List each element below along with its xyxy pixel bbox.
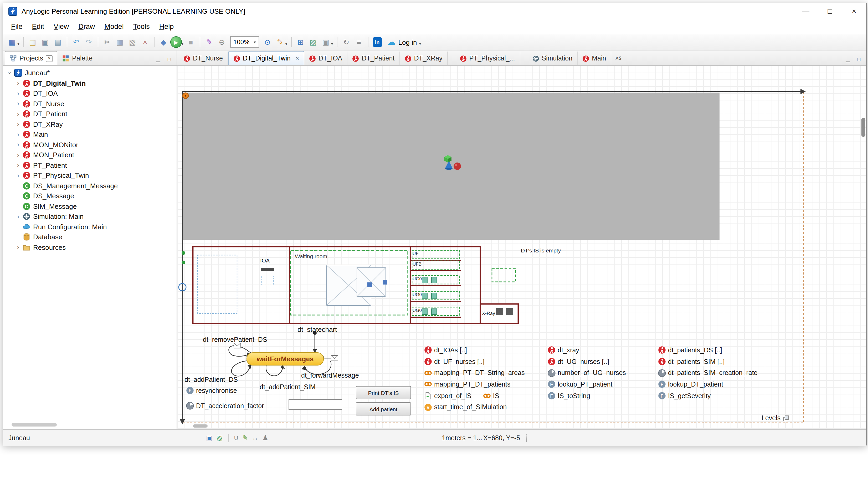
tree-item-database[interactable]: Database — [3, 232, 177, 242]
paste-button[interactable]: ▧ — [127, 36, 138, 48]
tab-overflow-chevron[interactable]: »s — [611, 54, 625, 61]
draw-mode-button[interactable]: ✎ — [274, 36, 286, 48]
tree-item-ds-management-message[interactable]: CDS_Management_Message — [3, 181, 177, 191]
dts-is-empty-label[interactable]: DT's IS is empty — [521, 247, 561, 254]
tree-expander[interactable]: › — [6, 70, 13, 77]
tree-item-dt-xray[interactable]: ›DT_XRay — [3, 119, 177, 130]
redo-button[interactable]: ↷ — [83, 36, 95, 48]
delete-button[interactable]: × — [139, 36, 151, 48]
tree-item-juneau[interactable]: ›Juneau* — [3, 68, 177, 78]
editor-tab-dt-xray[interactable]: DT_XRay — [400, 52, 447, 65]
tree-item-pt-physical-twin[interactable]: ›PT_Physical_Twin — [3, 170, 177, 181]
tree-expander[interactable]: › — [15, 80, 22, 87]
canvas-item-export-of-is[interactable]: export_of_IS — [424, 392, 471, 400]
print-dts-is-button[interactable]: Print DT's IS — [356, 386, 411, 399]
grid-button[interactable]: ⊞ — [295, 36, 306, 48]
canvas-item-dt-ug-nurses[interactable]: dt_UG_nurses [..] — [548, 357, 609, 366]
transition-dt-forwardmessage[interactable]: dt_forwardMessage — [301, 372, 359, 379]
statechart-title[interactable]: dt_statechart — [298, 325, 337, 334]
tree-item-mon-patient[interactable]: ›MON_Patient — [3, 150, 177, 160]
canvas-item-is-getseverity[interactable]: FIS_getSeverity — [658, 392, 711, 400]
editor-tab-dt-nurse[interactable]: DT_Nurse — [179, 52, 228, 65]
ioa-label[interactable]: IOA — [260, 257, 270, 263]
dt-acceleration-factor-input[interactable] — [288, 399, 342, 410]
stop-button[interactable]: ■ — [185, 36, 196, 48]
canvas-item-dt-ioas[interactable]: dt_IOAs [..] — [424, 346, 467, 354]
move-icon[interactable]: ↔ — [252, 434, 258, 442]
editor-tab-simulation[interactable]: Simulation — [527, 52, 578, 65]
open-model-button[interactable]: ▥ — [27, 36, 38, 48]
menu-file[interactable]: File — [6, 20, 27, 32]
tree-item-resources[interactable]: ›Resources — [3, 242, 177, 253]
tree-item-dt-patient[interactable]: ›DT_Patient — [3, 109, 177, 119]
pencil-icon[interactable]: ✎ — [242, 434, 248, 442]
editor-tab-dt-digital-twin[interactable]: DT_Digital_Twin× — [228, 51, 304, 65]
minimize-panel-button[interactable]: ▁ — [153, 55, 163, 63]
canvas-item-resynchronise[interactable]: F resynchronise — [186, 386, 237, 395]
tree-item-dt-ioa[interactable]: ›DT_IOA — [3, 88, 177, 98]
tree-expander[interactable]: › — [15, 131, 22, 138]
undo-button[interactable]: ↶ — [70, 36, 82, 48]
tree-expander[interactable]: › — [15, 151, 22, 159]
transition-dt-addpatient-ds[interactable]: dt_addPatient_DS — [184, 376, 238, 383]
zoom-out-button[interactable]: ⊖ — [216, 36, 227, 48]
tree-item-pt-patient[interactable]: ›PT_Patient — [3, 160, 177, 170]
bay-label[interactable]: UFB — [412, 261, 422, 267]
canvas-item-dt-patients-ds[interactable]: dt_patients_DS [..] — [658, 346, 722, 354]
run-button[interactable]: ▶ — [170, 36, 182, 48]
tree-item-mon-monitor[interactable]: ›MON_MONitor — [3, 140, 177, 150]
canvas-item-is[interactable]: IS — [483, 392, 499, 400]
tree-item-dt-nurse[interactable]: ›DT_Nurse — [3, 98, 177, 109]
tree-item-sim-message[interactable]: CSIM_Message — [3, 201, 177, 211]
canvas-item-mapping-pt-dt-patients[interactable]: mapping_PT_DT_patients — [424, 380, 510, 389]
editor-tab-main[interactable]: Main — [578, 52, 611, 65]
magnet-icon[interactable]: ∪ — [234, 434, 239, 442]
copy-button[interactable]: ▥ — [114, 36, 126, 48]
rotate-button[interactable]: ↻ — [341, 36, 352, 48]
cut-button[interactable]: ✂ — [101, 36, 113, 48]
canvas-hscrollbar[interactable] — [193, 424, 208, 428]
tab-palette[interactable]: Palette — [57, 51, 97, 65]
canvas-item-mapping-pt-dt-string-areas[interactable]: mapping_PT_DT_String_areas — [424, 369, 525, 377]
tree-expander[interactable]: › — [15, 244, 22, 251]
tree-expander[interactable]: › — [15, 100, 22, 108]
background-image-button[interactable]: ▨ — [307, 36, 319, 48]
canvas-item-dt-xray[interactable]: dt_xray — [548, 346, 579, 354]
tree-item-main[interactable]: ›Main — [3, 130, 177, 140]
transition-dt-removepatient-ds[interactable]: dt_removePatient_DS — [203, 336, 267, 343]
close-button[interactable]: × — [842, 3, 866, 19]
tree-item-run-configuration-main[interactable]: Run Configuration: Main — [3, 222, 177, 232]
tree-expander[interactable]: › — [15, 110, 22, 118]
new-model-button[interactable]: ▦ — [6, 36, 18, 48]
tree-expander[interactable]: › — [15, 213, 22, 220]
menu-draw[interactable]: Draw — [73, 20, 100, 32]
presentation-3d-window[interactable] — [182, 92, 719, 240]
canvas-item-is-tostring[interactable]: FIS_toString — [548, 392, 590, 400]
tree-expander[interactable]: › — [15, 162, 22, 169]
canvas-item-dt-patients-sim-creation-rate[interactable]: dt_patients_SIM_creation_rate — [658, 369, 757, 377]
save-button[interactable]: ▣ — [39, 36, 51, 48]
person-icon[interactable]: ♟ — [262, 434, 268, 442]
zoom-area-button[interactable]: ⊙ — [262, 36, 273, 48]
tree-expander[interactable]: › — [15, 141, 22, 149]
maximize-button[interactable]: □ — [818, 3, 842, 19]
align-button[interactable]: ≡ — [353, 36, 365, 48]
bay-label[interactable]: UG0 — [412, 276, 422, 281]
state-waitformessages[interactable]: waitForMessages — [247, 352, 324, 366]
anylogic-cloud-icon[interactable]: in — [373, 37, 382, 47]
tree-item-simulation-main[interactable]: ›Simulation: Main — [3, 211, 177, 222]
editor-tab-dt-ioa[interactable]: DT_IOA — [304, 52, 347, 65]
login-button[interactable]: ☁Log in▾ — [384, 38, 425, 46]
canvas-vscrollbar[interactable] — [862, 118, 865, 137]
canvas-item-lookup-dt-patient[interactable]: Flookup_DT_patient — [658, 380, 723, 389]
canvas-item-dt-patients-sim[interactable]: dt_patients_SIM [..] — [658, 357, 724, 366]
menu-help[interactable]: Help — [155, 20, 179, 32]
canvas-item-dt-acceleration-factor[interactable]: DT_acceleration_factor — [186, 402, 264, 410]
canvas-item-lookup-pt-patient[interactable]: Flookup_PT_patient — [548, 380, 613, 389]
save-all-button[interactable]: ▤ — [52, 36, 64, 48]
minimize-editor-button[interactable]: ▁ — [843, 55, 852, 63]
maximize-panel-button[interactable]: □ — [164, 55, 174, 63]
copy-as-image-button[interactable]: ▣ — [320, 36, 332, 48]
bay-label[interactable]: UG0 — [412, 292, 422, 297]
style-brush-button[interactable]: ✎ — [204, 36, 215, 48]
